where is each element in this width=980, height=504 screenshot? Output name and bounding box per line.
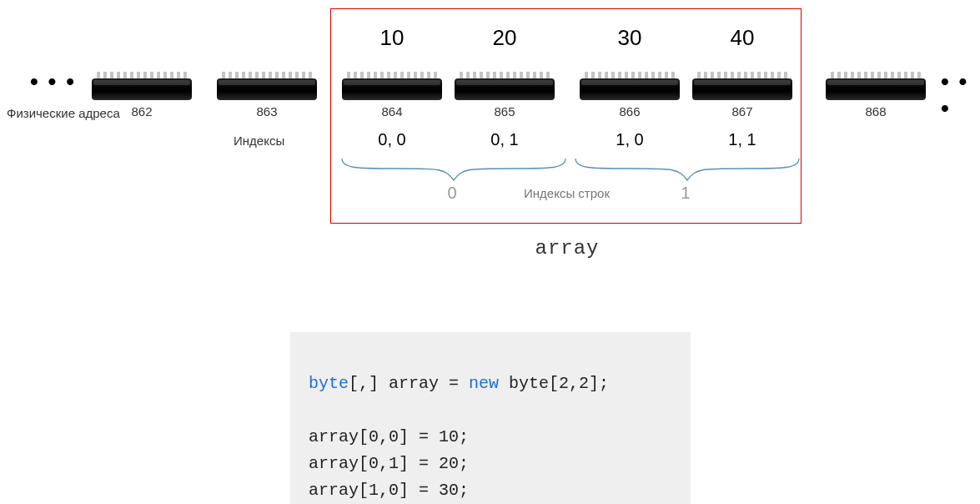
index-2d-label: 0, 0	[342, 130, 442, 149]
code-token-keyword: new	[469, 374, 499, 393]
memory-cell	[217, 78, 317, 100]
value-label: 10	[342, 25, 442, 51]
code-token-type: byte	[309, 374, 349, 393]
row-index-label: 0	[435, 184, 469, 203]
ellipsis-left: • • •	[30, 68, 76, 95]
code-text: [,] array =	[349, 374, 469, 393]
address-label: 864	[342, 104, 442, 118]
address-label: 865	[455, 104, 555, 118]
index-2d-label: 0, 1	[455, 130, 555, 149]
value-label: 30	[580, 25, 680, 51]
address-label: 862	[92, 104, 192, 118]
code-line: array[0,0] = 10;	[309, 427, 469, 446]
code-line: array[1,0] = 30;	[309, 481, 469, 500]
code-block: byte[,] array = new byte[2,2]; array[0,0…	[290, 332, 691, 504]
row-brace	[574, 157, 801, 182]
array-title: array	[484, 237, 651, 260]
code-text: byte[2,2];	[499, 374, 609, 393]
address-label: 863	[217, 104, 317, 118]
memory-cell	[692, 78, 792, 100]
value-label: 40	[692, 25, 792, 51]
address-label: 867	[692, 104, 792, 118]
index-2d-label: 1, 0	[580, 130, 680, 149]
memory-cell	[92, 78, 192, 100]
memory-cell	[580, 78, 680, 100]
diagram-stage: • • • Физические адреса Индексы 862 863 …	[0, 0, 980, 504]
memory-cell	[455, 78, 555, 100]
label-indices: Индексы	[234, 134, 284, 148]
memory-cell	[826, 78, 926, 100]
code-line: array[0,1] = 20;	[309, 454, 469, 473]
address-label: 866	[580, 104, 680, 118]
value-label: 20	[455, 25, 555, 51]
label-row-indices: Индексы строк	[524, 186, 610, 200]
row-brace	[340, 157, 567, 182]
ellipsis-right: • • •	[941, 68, 980, 122]
row-index-label: 1	[669, 184, 702, 203]
address-label: 868	[826, 104, 926, 118]
memory-cell	[342, 78, 442, 100]
index-2d-label: 1, 1	[692, 130, 792, 149]
